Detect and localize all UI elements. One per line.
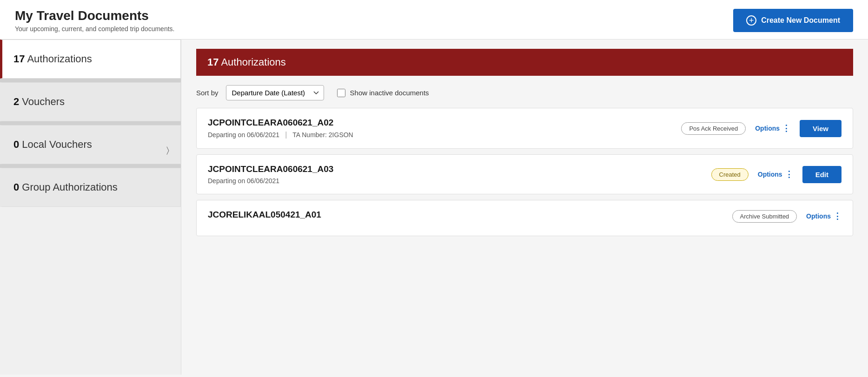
sidebar-divider-1 [0, 79, 181, 82]
doc-card-2-right: Created Options ⋮ Edit [711, 166, 841, 183]
local-vouchers-count: 0 [13, 139, 19, 150]
show-inactive-label: Show inactive documents [350, 89, 429, 97]
document-card-2: JCPOINTCLEARA060621_A03 Departing on 06/… [196, 154, 853, 194]
doc-2-status-badge: Created [711, 168, 749, 181]
show-inactive-checkbox[interactable] [337, 89, 345, 97]
doc-2-options-button[interactable]: Options ⋮ [758, 169, 793, 179]
create-button-label: Create New Document [761, 16, 840, 25]
section-count: 17 [207, 56, 219, 68]
section-header: 17 Authorizations [196, 49, 853, 76]
doc-2-meta: Departing on 06/06/2021 [208, 177, 711, 185]
sidebar-item-authorizations[interactable]: 17 Authorizations [0, 40, 181, 79]
document-card-1: JCPOINTCLEARA060621_A02 Departing on 06/… [196, 108, 853, 149]
main-content: 17 Authorizations Sort by Departure Date… [181, 40, 868, 375]
sidebar-vouchers-text: 2 Vouchers [13, 96, 65, 108]
create-new-document-button[interactable]: + Create New Document [733, 9, 853, 32]
doc-1-separator: | [285, 131, 287, 139]
doc-3-title: JCORELIKAAL050421_A01 [208, 210, 732, 220]
doc-1-view-button[interactable]: View [800, 120, 841, 137]
vouchers-count: 2 [13, 96, 19, 107]
doc-2-options-dots-icon: ⋮ [785, 169, 793, 179]
plus-icon: + [746, 15, 756, 26]
doc-1-title: JCPOINTCLEARA060621_A02 [208, 118, 681, 128]
doc-1-status-badge: Pos Ack Received [681, 122, 746, 135]
doc-2-title: JCPOINTCLEARA060621_A03 [208, 164, 711, 174]
doc-1-options-dots-icon: ⋮ [782, 123, 790, 133]
doc-1-options-button[interactable]: Options ⋮ [755, 123, 790, 133]
doc-3-options-label: Options [806, 212, 831, 220]
doc-1-ta: TA Number: 2IGSON [292, 131, 353, 139]
sort-label: Sort by [196, 89, 219, 97]
sidebar-divider-2 [0, 121, 181, 125]
document-card-3: JCORELIKAAL050421_A01 Archive Submitted … [196, 200, 853, 236]
doc-1-departing: Departing on 06/06/2021 [208, 131, 279, 139]
sidebar-authorizations-text: 17 Authorizations [13, 53, 92, 65]
doc-card-1-right: Pos Ack Received Options ⋮ View [681, 120, 841, 137]
header-left: My Travel Documents Your upcoming, curre… [15, 8, 174, 33]
sidebar-local-vouchers-text: 0 Local Vouchers [13, 139, 92, 151]
doc-3-options-button[interactable]: Options ⋮ [806, 211, 841, 221]
doc-card-3-right: Archive Submitted Options ⋮ [732, 210, 841, 223]
sidebar-item-vouchers[interactable]: ‹ 2 Vouchers [0, 82, 181, 121]
section-label: Authorizations [221, 56, 285, 68]
sidebar-item-local-vouchers[interactable]: 0 Local Vouchers 〉 [0, 125, 181, 164]
doc-2-options-label: Options [758, 171, 782, 178]
main-layout: 17 Authorizations ‹ 2 Vouchers 0 Local V… [0, 40, 868, 375]
group-auth-count: 0 [13, 181, 19, 193]
page-subtitle: Your upcoming, current, and completed tr… [15, 25, 174, 33]
doc-card-1-left: JCPOINTCLEARA060621_A02 Departing on 06/… [208, 118, 681, 139]
sort-select[interactable]: Departure Date (Latest) Departure Date (… [226, 85, 324, 100]
doc-card-3-left: JCORELIKAAL050421_A01 [208, 210, 732, 223]
doc-2-departing: Departing on 06/06/2021 [208, 177, 279, 185]
sidebar: 17 Authorizations ‹ 2 Vouchers 0 Local V… [0, 40, 181, 375]
doc-1-options-label: Options [755, 125, 780, 132]
doc-3-status-badge: Archive Submitted [732, 210, 797, 223]
page-header: My Travel Documents Your upcoming, curre… [0, 0, 868, 40]
page-title: My Travel Documents [15, 8, 174, 23]
show-inactive-container: Show inactive documents [337, 89, 429, 97]
cursor-icon: 〉 [166, 146, 169, 155]
doc-3-options-dots-icon: ⋮ [833, 211, 841, 221]
sort-bar: Sort by Departure Date (Latest) Departur… [196, 76, 853, 108]
sidebar-item-group-authorizations[interactable]: 0 Group Authorizations [0, 168, 181, 207]
authorizations-count: 17 [13, 53, 25, 65]
doc-card-2-left: JCPOINTCLEARA060621_A03 Departing on 06/… [208, 164, 711, 185]
sidebar-group-auth-text: 0 Group Authorizations [13, 181, 118, 193]
doc-1-meta: Departing on 06/06/2021 | TA Number: 2IG… [208, 131, 681, 139]
doc-2-edit-button[interactable]: Edit [802, 166, 841, 183]
sidebar-divider-3 [0, 164, 181, 168]
